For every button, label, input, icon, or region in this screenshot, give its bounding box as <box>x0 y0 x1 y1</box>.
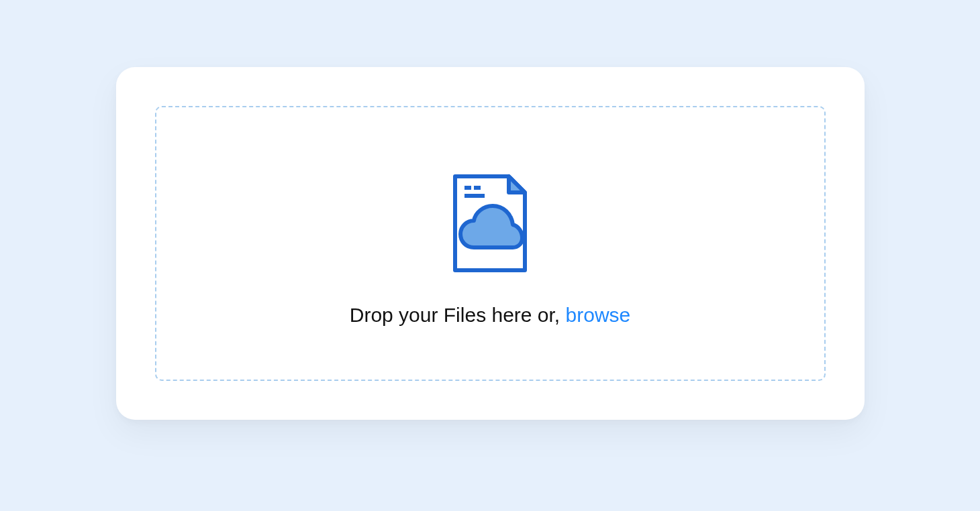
svg-rect-0 <box>464 186 471 190</box>
browse-link[interactable]: browse <box>566 304 631 326</box>
dropzone-text: Drop your Files here or, browse <box>350 304 631 327</box>
svg-rect-2 <box>464 194 485 198</box>
svg-rect-1 <box>474 186 481 190</box>
upload-card: Drop your Files here or, browse <box>116 67 865 420</box>
file-cloud-icon <box>451 174 529 277</box>
file-dropzone[interactable]: Drop your Files here or, browse <box>155 106 826 381</box>
dropzone-prompt-label: Drop your Files here or, <box>350 304 566 326</box>
